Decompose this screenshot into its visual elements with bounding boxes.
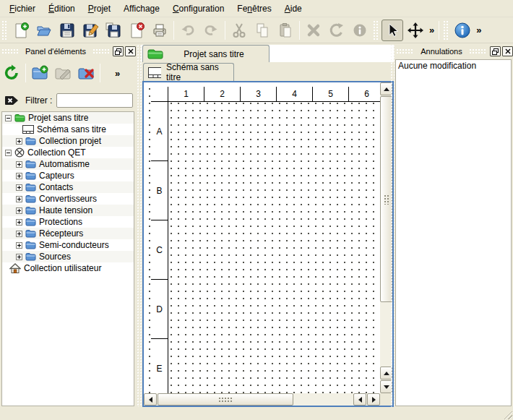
close-document-button[interactable] bbox=[126, 20, 147, 41]
scroll-left-button[interactable] bbox=[144, 393, 157, 406]
tree-item-recepteurs[interactable]: Récepteurs bbox=[2, 228, 134, 239]
paste-button[interactable] bbox=[275, 20, 296, 41]
close-panel-button[interactable] bbox=[125, 46, 136, 56]
element-info-button[interactable] bbox=[349, 20, 371, 41]
close-panel-button[interactable] bbox=[502, 46, 513, 56]
reload-collections-button[interactable] bbox=[1, 62, 22, 84]
tree-item-protections[interactable]: Protections bbox=[2, 216, 134, 228]
tree-item-semi-conducteurs[interactable]: Semi-conducteurs bbox=[2, 239, 134, 251]
frame-row-headers: A B C D E bbox=[151, 102, 168, 393]
delete-button[interactable] bbox=[303, 20, 324, 41]
schema-canvas[interactable]: 1 2 3 4 5 6 A B C D E bbox=[144, 82, 380, 393]
elements-tree[interactable]: Projet sans titre Schéma sans titre Coll… bbox=[1, 111, 134, 406]
scroll-left-button-2[interactable] bbox=[353, 393, 366, 406]
cut-button[interactable] bbox=[228, 20, 250, 41]
dock-grip[interactable] bbox=[93, 49, 109, 54]
float-icon bbox=[115, 48, 121, 55]
toolbar-overflow-button[interactable]: » bbox=[427, 25, 436, 35]
tab-projet-sans-titre[interactable]: Projet sans titre bbox=[142, 45, 270, 62]
select-pointer-button[interactable] bbox=[381, 20, 403, 41]
expand-icon[interactable] bbox=[16, 207, 22, 214]
new-category-button[interactable] bbox=[29, 62, 51, 84]
tree-item-contacts[interactable]: Contacts bbox=[2, 181, 134, 193]
tree-item-collection-qet[interactable]: Collection QET bbox=[2, 147, 134, 158]
move-view-button[interactable] bbox=[405, 20, 426, 41]
menu-edition[interactable]: Édition bbox=[42, 1, 82, 16]
tree-item-schema-sans-titre[interactable]: Schéma sans titre bbox=[2, 124, 134, 135]
copy-button[interactable] bbox=[251, 20, 273, 41]
tree-item-sources[interactable]: Sources bbox=[2, 251, 134, 262]
expand-icon[interactable] bbox=[16, 254, 22, 260]
close-icon bbox=[505, 48, 511, 54]
edit-category-button[interactable] bbox=[52, 62, 74, 84]
expand-icon[interactable] bbox=[16, 161, 22, 168]
expand-icon[interactable] bbox=[16, 184, 22, 191]
float-panel-button[interactable] bbox=[113, 46, 124, 56]
close-document-icon bbox=[128, 22, 145, 39]
collapse-icon[interactable] bbox=[5, 150, 12, 156]
tree-item-collection-utilisateur[interactable]: Collection utilisateur bbox=[2, 262, 134, 274]
clear-filter-icon[interactable] bbox=[5, 94, 20, 107]
blue-folder-icon bbox=[25, 218, 36, 226]
info-gray-icon bbox=[351, 22, 368, 39]
undo-icon bbox=[179, 22, 197, 39]
horizontal-scroll-thumb[interactable] bbox=[158, 393, 293, 406]
open-document-button[interactable] bbox=[33, 20, 55, 41]
menu-fichier[interactable]: Fichier bbox=[3, 1, 42, 16]
tab-schema-sans-titre[interactable]: Schéma sans titre bbox=[143, 63, 234, 81]
redo-button[interactable] bbox=[200, 20, 222, 41]
row-header: E bbox=[151, 339, 168, 393]
new-document-button[interactable] bbox=[10, 20, 32, 41]
delete-category-button[interactable] bbox=[75, 62, 97, 84]
menu-affichage[interactable]: Affichage bbox=[117, 1, 166, 16]
menu-aide[interactable]: Aide bbox=[278, 1, 309, 16]
dock-grip[interactable] bbox=[470, 49, 486, 54]
dock-grip[interactable] bbox=[2, 49, 18, 54]
resize-grip-icon[interactable] bbox=[503, 410, 512, 419]
toolbar-overflow-button[interactable]: » bbox=[474, 25, 483, 35]
expand-icon[interactable] bbox=[16, 196, 22, 202]
right-splitter[interactable] bbox=[390, 45, 395, 407]
toolbar-handle[interactable] bbox=[444, 21, 449, 40]
horizontal-scrollbar[interactable] bbox=[144, 393, 380, 406]
expand-icon[interactable] bbox=[16, 231, 22, 237]
undo-button[interactable] bbox=[177, 20, 199, 41]
tree-item-haute-tension[interactable]: Haute tension bbox=[2, 205, 134, 216]
save-all-button[interactable] bbox=[103, 20, 124, 41]
float-panel-button[interactable] bbox=[490, 46, 501, 56]
panel-toolbar-overflow-button[interactable]: » bbox=[113, 68, 122, 79]
menu-projet[interactable]: Projet bbox=[82, 1, 117, 16]
toolbar-handle[interactable] bbox=[2, 21, 7, 40]
filter-input[interactable] bbox=[56, 93, 133, 108]
rotate-button[interactable] bbox=[326, 20, 348, 41]
left-splitter[interactable] bbox=[136, 45, 142, 407]
tree-item-projet-sans-titre[interactable]: Projet sans titre bbox=[2, 112, 134, 124]
diagram-frame bbox=[151, 87, 380, 393]
tree-item-capteurs[interactable]: Capteurs bbox=[2, 170, 134, 181]
expand-icon[interactable] bbox=[16, 219, 22, 226]
expand-icon[interactable] bbox=[16, 242, 22, 249]
collapse-icon[interactable] bbox=[5, 115, 12, 121]
schema-view[interactable]: 1 2 3 4 5 6 A B C D E bbox=[142, 81, 394, 407]
main-toolbar: » » bbox=[0, 17, 513, 43]
blue-folder-icon bbox=[25, 183, 36, 192]
tree-item-collection-projet[interactable]: Collection projet bbox=[2, 135, 134, 147]
open-folder-icon bbox=[35, 22, 53, 39]
tree-item-convertisseurs[interactable]: Convertisseurs bbox=[2, 193, 134, 205]
blue-folder-icon bbox=[25, 137, 36, 145]
refresh-icon bbox=[2, 64, 21, 82]
menu-fenetres[interactable]: Fenêtres bbox=[230, 1, 277, 16]
dock-grip[interactable] bbox=[397, 49, 413, 54]
expand-icon[interactable] bbox=[16, 138, 22, 145]
scroll-right-button[interactable] bbox=[367, 393, 380, 406]
print-button[interactable] bbox=[149, 20, 171, 41]
toolbar-handle[interactable] bbox=[374, 21, 379, 40]
menu-configuration[interactable]: Configuration bbox=[166, 1, 230, 16]
save-button[interactable] bbox=[56, 20, 78, 41]
undo-list-item[interactable]: Aucune modification bbox=[396, 60, 511, 72]
expand-icon[interactable] bbox=[16, 173, 22, 179]
about-button[interactable] bbox=[452, 20, 473, 41]
save-as-button[interactable] bbox=[79, 20, 101, 41]
undo-history-list[interactable]: Aucune modification bbox=[395, 59, 512, 406]
tree-item-automatisme[interactable]: Automatisme bbox=[2, 158, 134, 170]
